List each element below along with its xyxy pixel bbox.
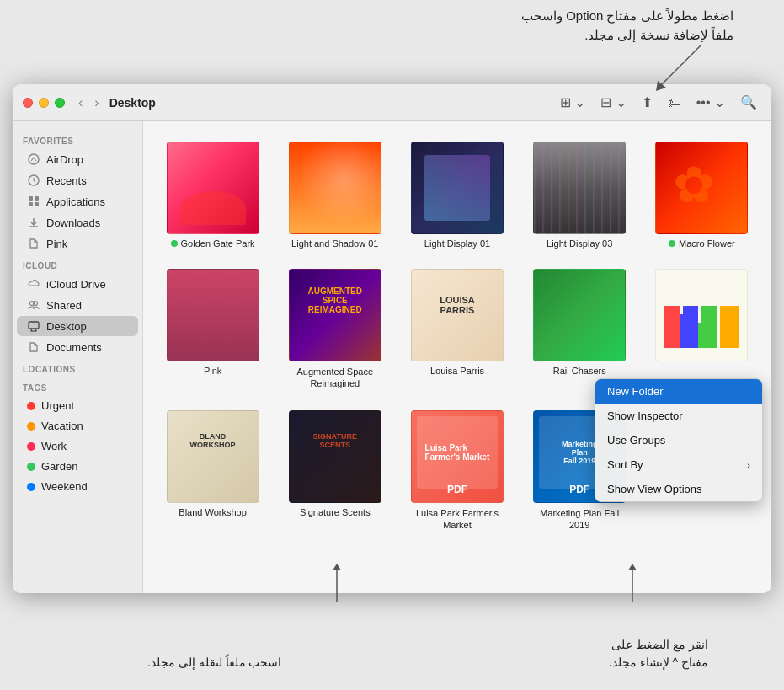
search-button[interactable]: 🔍 (736, 92, 761, 113)
sidebar-item-applications[interactable]: Applications (17, 191, 138, 211)
file-thumb-pink (167, 269, 259, 361)
svg-rect-6 (29, 202, 33, 206)
minimize-button[interactable] (39, 98, 49, 108)
back-button[interactable]: ‹ (75, 94, 86, 112)
shared-icon (27, 298, 40, 312)
file-thumb-signature (289, 410, 381, 503)
sidebar-item-shared[interactable]: Shared (17, 295, 138, 315)
sidebar-item-urgent-label: Urgent (41, 399, 74, 412)
traffic-lights (23, 98, 65, 108)
golden-gate-status (171, 240, 178, 247)
sidebar-item-downloads-label: Downloads (46, 217, 100, 229)
sidebar-item-vacation[interactable]: Vacation (17, 416, 138, 436)
svg-line-0 (659, 45, 701, 87)
file-thumb-chart (655, 269, 748, 361)
icloud-section-label: iCloud (13, 254, 142, 273)
sidebar-item-pink[interactable]: Pink (17, 233, 138, 254)
nav-buttons: ‹ › (75, 94, 103, 112)
sidebar-item-icloud-drive-label: iCloud Drive (46, 278, 106, 291)
file-item-golden-gate[interactable]: Golden Gate Park (153, 135, 272, 255)
applications-icon (27, 195, 40, 208)
file-thumb-louisa (411, 269, 504, 361)
pink-icon (27, 237, 40, 250)
file-item-chart[interactable] (643, 262, 761, 397)
context-menu-use-groups[interactable]: Use Groups (595, 428, 762, 452)
garden-tag-dot (27, 463, 35, 471)
maximize-button[interactable] (55, 98, 65, 108)
file-thumb-luisa-pdf: Luisa ParkFarmer's Market (411, 410, 504, 503)
file-item-louisa[interactable]: Louisa Parris (397, 262, 516, 397)
file-name-golden-gate: Golden Gate Park (171, 238, 255, 249)
sidebar-item-icloud-drive[interactable]: iCloud Drive (17, 274, 138, 294)
annotation-top-line2: ملفاً لإضافة نسخة إلى مجلد. (521, 26, 733, 45)
file-item-light-display-01[interactable]: Light Display 01 (397, 135, 516, 255)
sidebar-item-documents-label: Documents (46, 341, 102, 354)
forward-button[interactable]: › (91, 94, 102, 112)
file-name-macro-flower: Macro Flower (669, 238, 735, 249)
context-menu-show-inspector[interactable]: Show Inspector (595, 404, 762, 428)
vacation-tag-dot (27, 422, 35, 431)
sidebar-item-recents[interactable]: Recents (17, 170, 138, 190)
sidebar-item-airdrop[interactable]: AirDrop (17, 149, 138, 169)
file-name-light-shadow: Light and Shadow 01 (291, 238, 378, 249)
locations-section-label: Locations (13, 358, 142, 377)
sidebar-item-desktop-label: Desktop (46, 320, 87, 333)
file-thumb-light-shadow (289, 142, 381, 234)
file-thumb-light-display-03 (533, 142, 626, 234)
work-tag-dot (27, 442, 35, 451)
context-menu-show-view-options[interactable]: Show View Options (595, 477, 762, 501)
window-body: Favorites AirDrop Recents Applications (13, 121, 771, 593)
sidebar-item-garden[interactable]: Garden (17, 457, 138, 476)
file-item-pink[interactable]: Pink (153, 262, 272, 397)
file-item-light-shadow[interactable]: Light and Shadow 01 (275, 135, 394, 255)
group-view-button[interactable]: ⊟ ⌄ (596, 92, 630, 113)
svg-rect-17 (693, 323, 703, 348)
context-menu-new-folder[interactable]: New Folder (595, 379, 762, 404)
context-menu-sort-by[interactable]: Sort By › (595, 452, 762, 477)
file-name-augmented: Augmented Space Reimagined (285, 366, 386, 390)
svg-rect-19 (722, 318, 732, 348)
file-item-augmented[interactable]: Augmented Space Reimagined (275, 262, 394, 397)
file-item-bland[interactable]: Bland Workshop (153, 404, 272, 538)
annotation-bottom-left: اسحب ملفاً لنقله إلى مجلد. (147, 654, 281, 671)
sidebar-item-airdrop-label: AirDrop (46, 153, 83, 166)
content-area: Golden Gate Park Light and Shadow 01 Lig… (143, 121, 771, 593)
file-thumb-bland (167, 410, 259, 503)
sort-by-arrow: › (747, 460, 750, 470)
recents-icon (27, 174, 40, 187)
sidebar-item-garden-label: Garden (41, 460, 77, 473)
file-thumb-macro-flower (655, 142, 748, 234)
file-item-light-display-03[interactable]: Light Display 03 (520, 135, 639, 255)
desktop-icon (27, 319, 40, 333)
share-button[interactable]: ⬆ (637, 92, 657, 113)
file-name-bland: Bland Workshop (179, 507, 247, 517)
file-item-rail[interactable]: Rail Chasers (520, 262, 639, 397)
close-button[interactable] (23, 98, 33, 108)
sidebar: Favorites AirDrop Recents Applications (13, 121, 143, 593)
downloads-icon (27, 216, 40, 229)
sidebar-item-documents[interactable]: Documents (17, 337, 138, 357)
file-item-signature[interactable]: Signature Scents (275, 404, 394, 538)
svg-rect-16 (679, 314, 689, 348)
view-icon-button[interactable]: ⊞ ⌄ (556, 92, 589, 113)
sidebar-item-pink-label: Pink (46, 238, 67, 250)
file-item-macro-flower[interactable]: Macro Flower (643, 135, 761, 255)
documents-icon (27, 340, 40, 354)
svg-point-2 (29, 154, 39, 164)
airdrop-icon (27, 152, 40, 166)
sidebar-item-urgent[interactable]: Urgent (17, 396, 138, 415)
tag-button[interactable]: 🏷 (664, 93, 685, 113)
more-button[interactable]: ••• ⌄ (692, 92, 729, 113)
sidebar-item-weekend[interactable]: Weekend (17, 477, 138, 496)
sidebar-item-work[interactable]: Work (17, 436, 138, 456)
svg-rect-18 (707, 306, 717, 348)
sidebar-item-downloads[interactable]: Downloads (17, 212, 138, 233)
sidebar-item-shared-label: Shared (46, 299, 82, 312)
sidebar-item-desktop[interactable]: Desktop (17, 316, 138, 336)
bottom-right-line1: انقر مع الضغط على (609, 636, 708, 654)
file-thumb-rail (533, 269, 626, 361)
file-item-luisa-pdf[interactable]: Luisa ParkFarmer's Market Luisa Park Far… (397, 404, 516, 538)
finder-window: ‹ › Desktop ⊞ ⌄ ⊟ ⌄ ⬆ 🏷 ••• ⌄ 🔍 Favorite… (13, 84, 771, 593)
file-name-light-display-03: Light Display 03 (547, 238, 612, 249)
tags-section-label: Tags (13, 377, 142, 395)
